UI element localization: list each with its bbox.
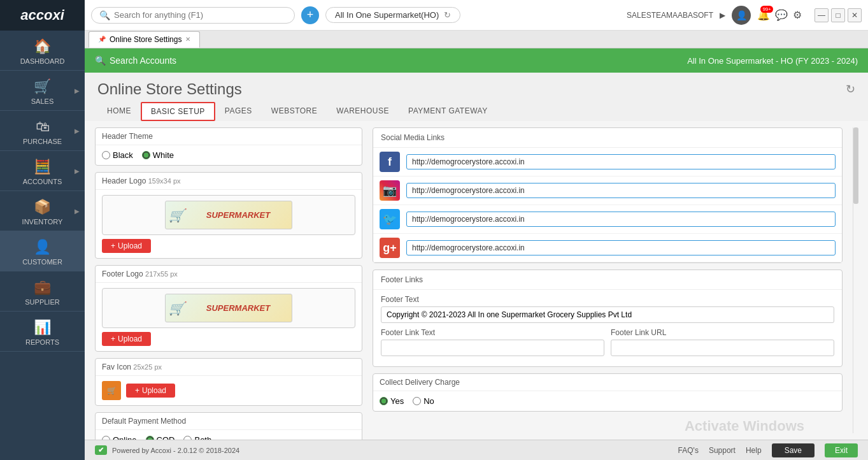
tab-webstore[interactable]: WEBSTORE <box>262 102 327 121</box>
footer-right: FAQ's Support Help Save Exit <box>678 443 858 457</box>
header-theme-section: Header Theme Black White <box>95 127 362 166</box>
default-payment-legend: Default Payment Method <box>96 413 362 430</box>
search-accounts-icon: 🔍 <box>95 55 106 66</box>
sidebar-item-supplier[interactable]: 💼 SUPPLIER <box>0 271 85 312</box>
support-link[interactable]: Support <box>709 446 736 455</box>
tab-payment-gateway[interactable]: PAYMENT GATEWAY <box>399 102 497 121</box>
sidebar-item-inventory[interactable]: 📦 INVENTORY ▶ <box>0 191 85 231</box>
pin-icon: 📌 <box>98 36 106 43</box>
radio-black[interactable]: Black <box>102 150 133 160</box>
header-logo-upload-button[interactable]: + Upload <box>102 239 151 253</box>
search-box[interactable]: 🔍 <box>91 7 295 24</box>
settings-icon[interactable]: ⚙ <box>793 9 802 21</box>
social-row-facebook: f <box>373 148 842 176</box>
default-payment-section: Default Payment Method Online COD <box>95 412 362 440</box>
company-selector[interactable]: All In One Supermarket(HO) ↻ <box>325 7 460 23</box>
header-logo-img: 🛒 SUPERMARKET <box>165 201 292 229</box>
sales-icon: 🛒 <box>34 78 51 95</box>
logo-supermarket-text: SUPERMARKET <box>206 210 270 220</box>
tab-home[interactable]: HOME <box>97 102 141 121</box>
fav-icon-body: 🛒 + Upload <box>96 376 362 405</box>
help-link[interactable]: Help <box>746 446 762 455</box>
page-title: Online Store Settings <box>97 80 242 98</box>
notification-area: 🔔 99+ 💬 ⚙ <box>757 9 802 21</box>
footer-logo-label: Footer Logo <box>102 270 145 278</box>
customer-icon: 👤 <box>34 239 51 255</box>
radio-yes-input[interactable] <box>380 397 388 405</box>
radio-online-label: Online <box>113 435 137 440</box>
instagram-url-input[interactable] <box>406 183 836 198</box>
radio-no-input[interactable] <box>413 397 421 405</box>
minimize-button[interactable]: — <box>815 8 829 22</box>
footer-link-url-label: Footer Link URL <box>611 328 834 337</box>
collect-delivery-legend: Collect Delivery Charge <box>373 374 842 391</box>
form-content: Header Theme Black White <box>85 121 868 440</box>
radio-no[interactable]: No <box>413 396 434 406</box>
exit-button[interactable]: Exit <box>825 443 858 457</box>
facebook-url-input[interactable] <box>406 154 836 169</box>
notifications-icon[interactable]: 🔔 99+ <box>757 9 770 21</box>
footer-text-label: Footer Text <box>381 295 834 304</box>
radio-online[interactable]: Online <box>102 435 137 440</box>
radio-both-payment[interactable]: Both <box>183 435 211 440</box>
search-accounts-left[interactable]: 🔍 Search Accounts <box>95 55 176 66</box>
sidebar-item-purchase[interactable]: 🛍 PURCHASE ▶ <box>0 111 85 151</box>
maximize-button[interactable]: □ <box>831 8 845 22</box>
footer-link-url-input[interactable] <box>611 340 834 356</box>
fav-icon-upload-button[interactable]: + Upload <box>126 384 175 398</box>
inventory-icon: 📦 <box>34 199 51 215</box>
left-panel: Header Theme Black White <box>95 127 362 433</box>
tab-close-icon[interactable]: ✕ <box>185 36 190 43</box>
collect-delivery-section: Collect Delivery Charge Yes No <box>373 373 843 412</box>
app-logo: accoxi <box>0 0 85 31</box>
scrollbar-thumb[interactable] <box>853 127 858 204</box>
main-area: 🔍 + All In One Supermarket(HO) ↻ SALESTE… <box>85 0 868 460</box>
tab-bar: 📌 Online Store Settings ✕ <box>85 31 868 48</box>
footer-logo-badge: ✔ <box>95 445 107 455</box>
scrollbar[interactable] <box>853 127 858 433</box>
radio-white-input[interactable] <box>142 151 150 159</box>
radio-yes[interactable]: Yes <box>380 396 404 406</box>
footer-text-input[interactable] <box>381 306 834 323</box>
save-button[interactable]: Save <box>772 443 815 457</box>
facebook-icon: f <box>380 152 400 172</box>
sidebar-item-reports[interactable]: 📊 REPORTS <box>0 312 85 352</box>
accounts-icon: 🧮 <box>34 159 51 175</box>
fav-icon-area: 🛒 + Upload <box>102 381 355 400</box>
sidebar-item-customer[interactable]: 👤 CUSTOMER <box>0 231 85 271</box>
tab-pages[interactable]: PAGES <box>215 102 262 121</box>
sidebar-item-sales[interactable]: 🛒 SALES ▶ <box>0 71 85 111</box>
fav-icon-legend: Fav Icon 25x25 px <box>96 359 362 376</box>
radio-white-label: White <box>153 150 174 160</box>
footer-logo-preview: 🛒 SUPERMARKET <box>102 288 355 328</box>
faqs-link[interactable]: FAQ's <box>678 446 699 455</box>
radio-cod[interactable]: COD <box>146 435 175 440</box>
fav-icon-size: 25x25 px <box>133 363 162 371</box>
tab-online-store-settings[interactable]: 📌 Online Store Settings ✕ <box>89 31 200 48</box>
tab-warehouse[interactable]: WAREHOUSE <box>327 102 399 121</box>
footer-logo-upload-button[interactable]: + Upload <box>102 332 151 346</box>
twitter-url-input[interactable] <box>406 212 836 227</box>
social-media-section: Social Media Links f 📷 🐦 g+ <box>373 127 843 263</box>
sidebar-item-label: ACCOUNTS <box>23 178 62 185</box>
header-theme-radio-group: Black White <box>102 150 355 160</box>
search-input[interactable] <box>114 10 287 20</box>
refresh-page-button[interactable]: ↻ <box>846 82 855 96</box>
chevron-right-icon: ▶ <box>75 168 80 175</box>
add-button[interactable]: + <box>301 6 319 24</box>
close-button[interactable]: ✕ <box>848 8 862 22</box>
tab-basic-setup[interactable]: BASIC SETUP <box>141 102 215 121</box>
googleplus-url-input[interactable] <box>406 240 836 255</box>
footer-link-text-input[interactable] <box>381 340 604 356</box>
radio-black-input[interactable] <box>102 151 110 159</box>
footer-links-section: Footer Links Footer Text Footer Link Tex… <box>373 270 843 367</box>
social-row-googleplus: g+ <box>373 234 842 262</box>
sidebar-item-accounts[interactable]: 🧮 ACCOUNTS ▶ <box>0 151 85 191</box>
sidebar-item-dashboard[interactable]: 🏠 DASHBOARD <box>0 31 85 71</box>
header-logo-legend: Header Logo 159x34 px <box>96 173 362 190</box>
sidebar-item-label: DASHBOARD <box>20 57 65 65</box>
messages-icon[interactable]: 💬 <box>775 9 788 21</box>
footer-link-row: Footer Link Text Footer Link URL <box>381 328 834 361</box>
avatar[interactable]: 👤 <box>732 6 751 25</box>
radio-white[interactable]: White <box>142 150 174 160</box>
